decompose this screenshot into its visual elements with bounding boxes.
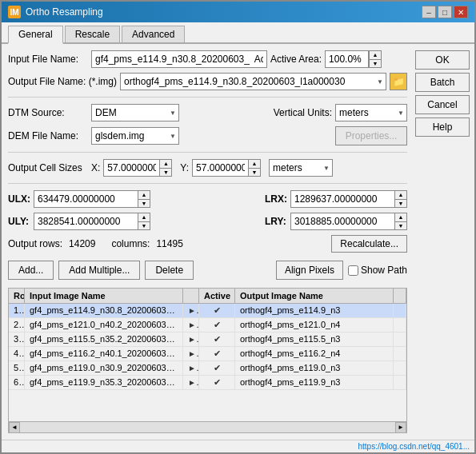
status-bar: https://blog.csdn.net/qq_4601...: [2, 440, 474, 452]
lrx-spin-down[interactable]: ▼: [395, 200, 406, 208]
uly-spin-up[interactable]: ▲: [138, 213, 150, 222]
y-spinbtns: ▲ ▼: [248, 159, 261, 177]
th-arrow: [183, 289, 199, 303]
hscroll-right-button[interactable]: ►: [395, 422, 406, 433]
lrx-spinbtns: ▲ ▼: [394, 190, 407, 208]
hscroll-left-button[interactable]: ◄: [9, 422, 20, 433]
ulx-spinbtns: ▲ ▼: [138, 190, 150, 208]
td-scroll: [394, 347, 406, 360]
lrx-spin-up[interactable]: ▲: [395, 191, 406, 200]
td-output: orthogf4_pms_e114.9_n3: [235, 304, 394, 317]
lrx-input[interactable]: [290, 190, 394, 208]
tab-advanced[interactable]: Advanced: [122, 26, 185, 42]
x-spinner: ▲ ▼: [103, 159, 172, 177]
td-row: 1.: [9, 304, 25, 317]
x-spin-up[interactable]: ▲: [160, 160, 171, 169]
td-scroll: [394, 318, 406, 332]
td-active: ✔: [199, 347, 235, 360]
tab-general[interactable]: General: [8, 26, 63, 44]
percent-input[interactable]: [325, 50, 369, 68]
td-arrow: ►: [183, 376, 199, 389]
add-button[interactable]: Add...: [8, 261, 54, 280]
lry-label: LRY:: [265, 216, 287, 227]
x-input[interactable]: [103, 159, 159, 177]
dtm-source-label: DTM Source:: [8, 107, 88, 118]
window-title: Ortho Resampling: [26, 6, 103, 18]
main-window: IM Ortho Resampling – □ ✕ General Rescal…: [0, 0, 476, 454]
maximize-button[interactable]: □: [438, 6, 452, 18]
table-row[interactable]: 6. gf4_pms_e119.9_n35.3_20200603_l1a0000…: [9, 376, 406, 390]
y-input[interactable]: [192, 159, 248, 177]
lry-input[interactable]: [290, 213, 394, 230]
batch-button[interactable]: Batch: [415, 73, 470, 92]
app-icon: IM: [8, 6, 21, 18]
tab-rescale[interactable]: Rescale: [65, 26, 120, 42]
close-button[interactable]: ✕: [454, 6, 468, 18]
tab-bar: General Rescale Advanced: [2, 22, 474, 44]
ulx-input[interactable]: [34, 190, 138, 208]
show-path-checkbox[interactable]: [348, 265, 358, 276]
ok-button[interactable]: OK: [415, 50, 470, 70]
td-output: orthogf4_pms_e119.9_n3: [235, 376, 394, 389]
td-scroll: [394, 376, 406, 389]
td-active: ✔: [199, 361, 235, 375]
percent-spin-up[interactable]: ▲: [370, 51, 381, 60]
percent-spin-down[interactable]: ▼: [370, 60, 381, 68]
dtm-source-select[interactable]: DEM: [91, 104, 179, 121]
percent-spinbtns: ▲ ▼: [369, 50, 382, 68]
td-row: 6.: [9, 376, 25, 389]
x-spin-down[interactable]: ▼: [160, 169, 171, 177]
td-output: orthogf4_pms_e115.5_n3: [235, 333, 394, 346]
uly-spin-down[interactable]: ▼: [138, 222, 150, 230]
percent-spinner: ▲ ▼: [325, 50, 382, 68]
dem-file-row: DEM File Name: glsdem.img Properties...: [8, 126, 407, 145]
align-pixels-button[interactable]: Align Pixels: [276, 261, 343, 280]
rows-cols-row: Output rows: 14209 columns: 11495 Recalc…: [8, 235, 407, 253]
folder-browse-icon[interactable]: 📁: [390, 73, 407, 90]
th-output: Output Image Name: [235, 289, 394, 303]
vertical-units-wrapper: meters: [335, 104, 407, 121]
horizontal-scrollbar[interactable]: ◄ ►: [9, 421, 406, 432]
table-row[interactable]: 1. gf4_pms_e114.9_n30.8_20200603_l1a0000…: [9, 304, 406, 318]
input-file-row: Input File Name: Active Area: ▲ ▼: [8, 50, 407, 68]
title-bar-left: IM Ortho Resampling: [8, 6, 103, 18]
output-rows-label: Output rows:: [8, 238, 62, 249]
cancel-button[interactable]: Cancel: [415, 95, 470, 114]
input-file-input[interactable]: [91, 50, 267, 68]
ulx-spin-up[interactable]: ▲: [138, 191, 150, 200]
output-file-select[interactable]: orthogf4_pms_e114.9_n30.8_20200603_l1a00…: [120, 73, 386, 90]
table-row[interactable]: 2. gf4_pms_e121.0_n40.2_20200603_l1a0000…: [9, 318, 406, 333]
y-label: Y:: [180, 162, 189, 173]
lrx-spinner: ▲ ▼: [290, 190, 407, 208]
dem-file-select[interactable]: glsdem.img: [91, 127, 179, 145]
td-input: gf4_pms_e121.0_n40.2_20200603_l1a0000303…: [25, 318, 183, 332]
cell-units-wrapper: meters: [269, 159, 333, 177]
td-active: ✔: [199, 376, 235, 389]
ulx-spin-down[interactable]: ▼: [138, 200, 150, 208]
ulx-label: ULX:: [8, 193, 30, 205]
output-file-label: Output File Name: (*.img): [8, 76, 117, 87]
recalculate-button[interactable]: Recalculate...: [331, 235, 407, 253]
y-spin-down[interactable]: ▼: [249, 169, 260, 177]
minimize-button[interactable]: –: [422, 6, 436, 18]
table-row[interactable]: 3. gf4_pms_e115.5_n35.2_20200603_l1a0000…: [9, 333, 406, 347]
delete-button[interactable]: Delete: [145, 261, 194, 280]
output-rows-value: 14209: [69, 238, 95, 249]
cell-units-select[interactable]: meters: [269, 159, 333, 177]
lry-spin-down[interactable]: ▼: [395, 222, 406, 230]
table-row[interactable]: 5. gf4_pms_e119.0_n30.9_20200603_l1a0000…: [9, 361, 406, 376]
table-row[interactable]: 4. gf4_pms_e116.2_n40.1_20200603_l1a0000…: [9, 347, 406, 361]
uly-input[interactable]: [34, 213, 138, 230]
add-multiple-button[interactable]: Add Multiple...: [58, 261, 140, 280]
td-row: 4.: [9, 347, 25, 360]
help-button[interactable]: Help: [415, 117, 470, 137]
lry-spin-up[interactable]: ▲: [395, 213, 406, 222]
dtm-source-wrapper: DEM: [91, 104, 179, 121]
properties-button[interactable]: Properties...: [335, 126, 407, 145]
vertical-units-select[interactable]: meters: [335, 104, 407, 121]
ulx-lrx-row: ULX: ▲ ▼ LRX: ▲ ▼: [8, 190, 407, 208]
td-input: gf4_pms_e115.5_n35.2_20200603_l1a0000303…: [25, 333, 183, 346]
y-spin-up[interactable]: ▲: [249, 160, 260, 169]
td-active: ✔: [199, 318, 235, 332]
td-arrow: ►: [183, 347, 199, 360]
